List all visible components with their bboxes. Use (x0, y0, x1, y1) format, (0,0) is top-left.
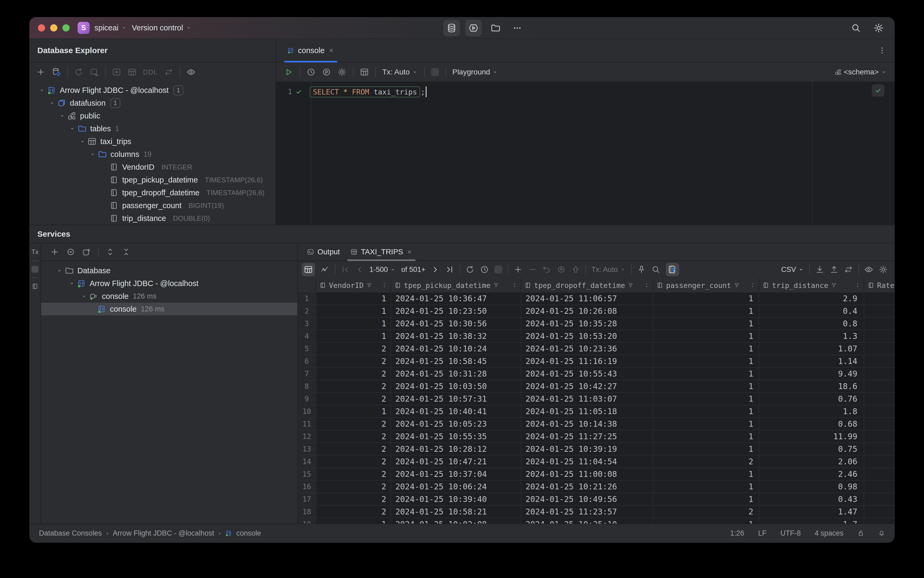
table-view-icon[interactable] (360, 68, 369, 76)
zoom-window-button[interactable] (62, 24, 70, 31)
cell-trip-distance[interactable]: 0.68 (759, 418, 864, 430)
stop-button[interactable] (431, 68, 439, 76)
split-panel-icon[interactable] (31, 283, 39, 290)
cell-trip-distance[interactable]: 0.8 (759, 318, 864, 330)
tab-console[interactable]: console (282, 39, 340, 62)
compare-swap-icon[interactable] (844, 265, 853, 274)
chevron-down-icon[interactable] (90, 151, 96, 157)
table-row[interactable]: 11 2 2024-01-25 10:05:23 2024-01-25 10:1… (298, 418, 895, 430)
sort-icon[interactable] (381, 283, 387, 288)
cell-trip-distance[interactable]: 0.76 (759, 393, 864, 405)
cell-pickup-datetime[interactable]: 2024-01-25 10:28:12 (391, 443, 521, 456)
stop-query-button[interactable] (494, 266, 502, 274)
file-encoding[interactable]: UTF-8 (780, 529, 801, 537)
grid-settings-gear-icon[interactable] (879, 265, 888, 274)
cell-trip-distance[interactable]: 1.7 (759, 518, 864, 524)
sort-icon[interactable] (512, 283, 517, 288)
sort-icon[interactable] (749, 283, 755, 288)
unlock-icon[interactable] (857, 530, 864, 537)
tab-output[interactable]: Output (302, 244, 345, 260)
sql-statement[interactable]: SELECT * FROM taxi_trips (310, 86, 420, 97)
cell-dropoff-datetime[interactable]: 2024-01-25 10:26:08 (521, 305, 653, 318)
cell-rate[interactable] (864, 443, 895, 456)
filter-funnel-icon[interactable] (734, 283, 740, 288)
minimize-window-button[interactable] (50, 24, 57, 31)
add-datasource-icon[interactable] (36, 68, 45, 76)
cell-dropoff-datetime[interactable]: 2024-01-25 11:04:54 (521, 456, 653, 468)
cell-trip-distance[interactable]: 2.06 (759, 456, 864, 468)
cell-vendorid[interactable]: 1 (316, 518, 391, 524)
project-menu[interactable]: spiceai (94, 23, 127, 32)
tree-item-column[interactable]: passenger_count BIGINT(19) (29, 199, 276, 212)
cell-vendorid[interactable]: 2 (316, 355, 391, 368)
delete-row-icon[interactable] (528, 265, 537, 274)
add-row-icon[interactable] (514, 265, 522, 274)
tx-strip-button[interactable]: Tx (31, 248, 39, 256)
cell-vendorid[interactable]: 2 (316, 380, 391, 393)
cell-passenger-count[interactable]: 1 (653, 443, 759, 456)
cell-passenger-count[interactable]: 1 (653, 493, 759, 506)
service-item-datasource[interactable]: Arrow Flight JDBC - @localhost (41, 277, 297, 290)
cell-trip-distance[interactable]: 1.07 (759, 343, 864, 355)
cell-pickup-datetime[interactable]: 2024-01-25 10:03:50 (391, 380, 521, 393)
cell-vendorid[interactable]: 1 (316, 292, 391, 305)
cell-vendorid[interactable]: 1 (316, 405, 391, 418)
column-header-passenger-count[interactable]: passenger_count (653, 278, 759, 292)
close-window-button[interactable] (38, 24, 45, 31)
export-format-selector[interactable]: CSV (781, 266, 804, 274)
cell-pickup-datetime[interactable]: 2024-01-25 10:31:28 (391, 368, 521, 380)
indent-setting[interactable]: 4 spaces (815, 529, 843, 537)
last-page-icon[interactable] (445, 265, 454, 274)
chevron-down-icon[interactable] (79, 138, 85, 144)
cell-passenger-count[interactable]: 1 (653, 393, 759, 405)
cell-dropoff-datetime[interactable]: 2024-01-25 11:27:25 (521, 430, 653, 443)
cell-rate[interactable] (864, 468, 895, 481)
cell-vendorid[interactable]: 1 (316, 318, 391, 330)
refresh-icon[interactable] (74, 68, 83, 76)
service-item-session[interactable]: console 126 ms (41, 290, 297, 303)
table-row[interactable]: 18 2 2024-01-25 10:58:21 2024-01-25 11:2… (298, 506, 895, 518)
filter-funnel-icon[interactable] (627, 283, 634, 288)
table-row[interactable]: 6 2 2024-01-25 10:58:45 2024-01-25 11:16… (298, 355, 895, 368)
editor-options-kebab-icon[interactable] (878, 46, 887, 55)
table-row[interactable]: 4 1 2024-01-25 10:38:32 2024-01-25 10:53… (298, 330, 895, 343)
cell-rate[interactable] (864, 380, 895, 393)
table-row[interactable]: 5 2 2024-01-25 10:10:24 2024-01-25 10:23… (298, 343, 895, 355)
cell-rate[interactable] (864, 343, 895, 355)
cell-pickup-datetime[interactable]: 2024-01-25 10:39:40 (391, 493, 521, 506)
cell-pickup-datetime[interactable]: 2024-01-25 10:36:47 (391, 292, 521, 305)
service-item-database[interactable]: Database (41, 264, 297, 277)
table-view-button[interactable] (302, 263, 315, 276)
cell-pickup-datetime[interactable]: 2024-01-25 10:37:04 (391, 468, 521, 481)
cell-vendorid[interactable]: 2 (316, 456, 391, 468)
cell-pickup-datetime[interactable]: 2024-01-25 10:40:41 (391, 405, 521, 418)
cell-passenger-count[interactable]: 1 (653, 418, 759, 430)
cell-pickup-datetime[interactable]: 2024-01-25 10:02:08 (391, 518, 521, 524)
cell-passenger-count[interactable]: 2 (653, 456, 759, 468)
view-options-eye-icon[interactable] (186, 68, 196, 76)
table-row[interactable]: 12 2 2024-01-25 10:55:35 2024-01-25 11:2… (298, 430, 895, 443)
chevron-down-icon[interactable] (69, 126, 75, 132)
cell-trip-distance[interactable]: 1.47 (759, 506, 864, 518)
open-in-new-tab-icon[interactable] (82, 247, 91, 257)
cell-dropoff-datetime[interactable]: 2024-01-25 11:23:57 (521, 506, 653, 518)
cell-vendorid[interactable]: 2 (316, 343, 391, 355)
cell-vendorid[interactable]: 2 (316, 468, 391, 481)
cell-rate[interactable] (864, 418, 895, 430)
table-row[interactable]: 2 1 2024-01-25 10:23:50 2024-01-25 10:26… (298, 305, 895, 318)
tree-item-column[interactable]: trip_distance DOUBLE(0) (29, 212, 276, 225)
cell-passenger-count[interactable]: 1 (653, 305, 759, 318)
tree-item-tables-folder[interactable]: tables 1 (29, 122, 276, 135)
cell-rate[interactable] (864, 405, 895, 418)
revert-icon[interactable] (557, 265, 566, 274)
cell-dropoff-datetime[interactable]: 2024-01-25 10:23:36 (521, 343, 653, 355)
cell-dropoff-datetime[interactable]: 2024-01-25 10:14:38 (521, 418, 653, 430)
import-upload-icon[interactable] (830, 265, 839, 274)
cell-rate[interactable] (864, 355, 895, 368)
line-ending[interactable]: LF (758, 529, 767, 537)
cell-rate[interactable] (864, 456, 895, 468)
auto-refresh-clock-icon[interactable] (480, 265, 489, 274)
filter-funnel-icon[interactable] (366, 283, 372, 288)
cell-rate[interactable] (864, 318, 895, 330)
cell-passenger-count[interactable]: 1 (653, 380, 759, 393)
